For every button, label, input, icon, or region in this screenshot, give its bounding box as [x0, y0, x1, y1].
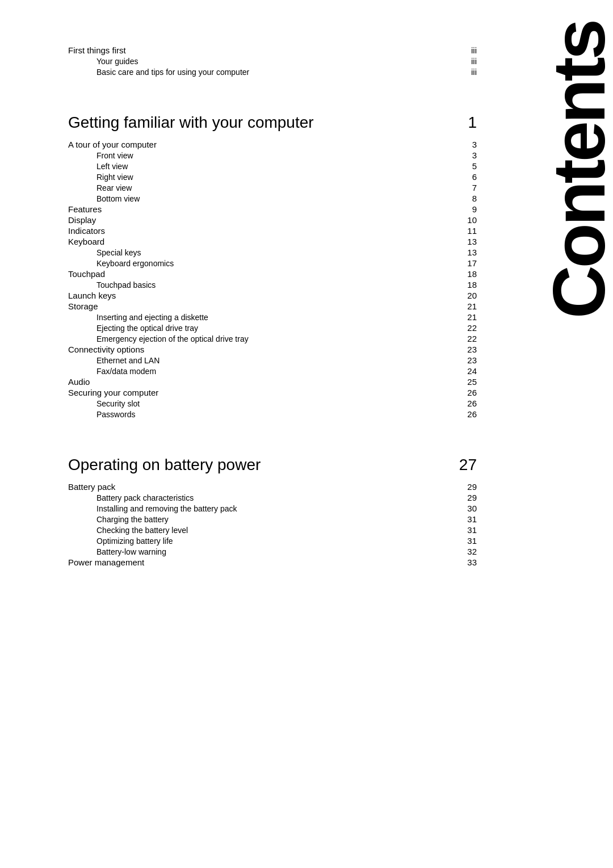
toc-row-heading: Operating on battery power 27 — [68, 439, 477, 479]
toc-page: 23 — [460, 345, 477, 354]
toc-title: Battery-low warning — [68, 547, 166, 556]
toc-title: Connectivity options — [68, 345, 144, 354]
section-getting-familiar: Getting familiar with your computer 1 A … — [68, 97, 477, 419]
toc-title: Audio — [68, 377, 90, 387]
toc-row: Passwords 26 — [68, 409, 477, 419]
toc-row: Optimizing battery life 31 — [68, 536, 477, 546]
toc-title: Indicators — [68, 226, 105, 236]
toc-title: Optimizing battery life — [68, 536, 173, 546]
toc-page: 18 — [460, 280, 477, 290]
toc-page: 29 — [460, 493, 477, 502]
toc-title: Fax/data modem — [68, 367, 156, 376]
toc-page: 26 — [460, 409, 477, 419]
section-battery-power: Operating on battery power 27 Battery pa… — [68, 439, 477, 567]
toc-page: 32 — [460, 547, 477, 556]
toc-row: Special keys 13 — [68, 248, 477, 257]
toc-title: Keyboard ergonomics — [68, 259, 174, 268]
toc-row: Basic care and tips for using your compu… — [68, 67, 477, 77]
section-first-things: First things first iii Your guides iii B… — [68, 45, 477, 77]
toc-page: 31 — [460, 514, 477, 524]
toc-title: First things first — [68, 45, 126, 55]
toc-title: Your guides — [68, 57, 138, 66]
toc-page: 3 — [460, 140, 477, 149]
toc-title: Installing and removing the battery pack — [68, 504, 237, 513]
toc-title: Features — [68, 204, 102, 214]
toc-row-heading: Getting familiar with your computer 1 — [68, 97, 477, 136]
toc-row: Touchpad 18 — [68, 269, 477, 279]
toc-title: Bottom view — [68, 194, 140, 203]
toc-page: 23 — [460, 355, 477, 365]
toc-page: 11 — [460, 226, 477, 236]
toc-title: Power management — [68, 557, 144, 567]
toc-row: Power management 33 — [68, 557, 477, 567]
toc-page: 6 — [460, 172, 477, 182]
toc-row: Your guides iii — [68, 56, 477, 66]
toc-title: Ethernet and LAN — [68, 356, 159, 365]
toc-page: 21 — [460, 301, 477, 311]
toc-page: 18 — [460, 269, 477, 279]
toc-title: Special keys — [68, 248, 141, 257]
toc-title: Left view — [68, 162, 128, 171]
toc-title: Right view — [68, 173, 133, 182]
toc-page: 24 — [460, 366, 477, 376]
toc-row: First things first iii — [68, 45, 477, 55]
contents-title-block: Contents — [545, 0, 613, 341]
toc-row: Ethernet and LAN 23 — [68, 355, 477, 365]
toc-page: 22 — [460, 323, 477, 333]
toc-row: Touchpad basics 18 — [68, 280, 477, 290]
toc-row: Securing your computer 26 — [68, 388, 477, 397]
toc-page: 31 — [460, 525, 477, 535]
toc-page: 26 — [460, 388, 477, 397]
toc-page-heading: 1 — [460, 114, 477, 132]
toc-page: 7 — [460, 183, 477, 192]
toc-row: Audio 25 — [68, 377, 477, 387]
toc-title: Touchpad — [68, 269, 105, 279]
toc-page: 22 — [460, 334, 477, 343]
toc-title: Touchpad basics — [68, 280, 156, 290]
toc-page: 20 — [460, 291, 477, 300]
toc-page: 13 — [460, 237, 477, 246]
toc-title: Rear view — [68, 183, 132, 192]
toc-row: Fax/data modem 24 — [68, 366, 477, 376]
toc-row: Bottom view 8 — [68, 194, 477, 203]
toc-page: 13 — [460, 248, 477, 257]
toc-row: Battery pack characteristics 29 — [68, 493, 477, 502]
toc-content: First things first iii Your guides iii B… — [68, 45, 556, 567]
toc-row: Indicators 11 — [68, 226, 477, 236]
toc-row: Storage 21 — [68, 301, 477, 311]
toc-row: Connectivity options 23 — [68, 345, 477, 354]
toc-page: 9 — [460, 204, 477, 214]
toc-heading: Getting familiar with your computer — [68, 114, 314, 132]
toc-heading: Operating on battery power — [68, 456, 261, 474]
toc-title: Battery pack — [68, 482, 115, 492]
toc-title: Security slot — [68, 399, 140, 408]
toc-row: Installing and removing the battery pack… — [68, 504, 477, 513]
toc-page-heading: 27 — [459, 456, 477, 474]
toc-title: Passwords — [68, 410, 135, 419]
toc-row: Display 10 — [68, 215, 477, 225]
toc-title: Emergency ejection of the optical drive … — [68, 334, 249, 343]
toc-title: Ejecting the optical drive tray — [68, 324, 198, 333]
toc-page: 33 — [460, 557, 477, 567]
toc-page: 3 — [460, 150, 477, 160]
toc-row: Battery-low warning 32 — [68, 547, 477, 556]
toc-row: Left view 5 — [68, 161, 477, 171]
toc-row: Right view 6 — [68, 172, 477, 182]
toc-title: Display — [68, 215, 96, 225]
toc-page: 29 — [460, 482, 477, 492]
toc-page: 25 — [460, 377, 477, 387]
toc-row: Inserting and ejecting a diskette 21 — [68, 312, 477, 322]
toc-title: Keyboard — [68, 237, 104, 246]
toc-page: 5 — [460, 161, 477, 171]
toc-title: Front view — [68, 151, 133, 160]
toc-page: iii — [460, 56, 477, 66]
toc-title: A tour of your computer — [68, 140, 157, 149]
contents-title-text: Contents — [545, 22, 613, 318]
toc-title: Checking the battery level — [68, 526, 188, 535]
toc-title: Basic care and tips for using your compu… — [68, 68, 249, 77]
toc-row: Keyboard ergonomics 17 — [68, 258, 477, 268]
toc-page: 17 — [460, 258, 477, 268]
toc-page: 31 — [460, 536, 477, 546]
toc-page: 30 — [460, 504, 477, 513]
toc-row: Front view 3 — [68, 150, 477, 160]
